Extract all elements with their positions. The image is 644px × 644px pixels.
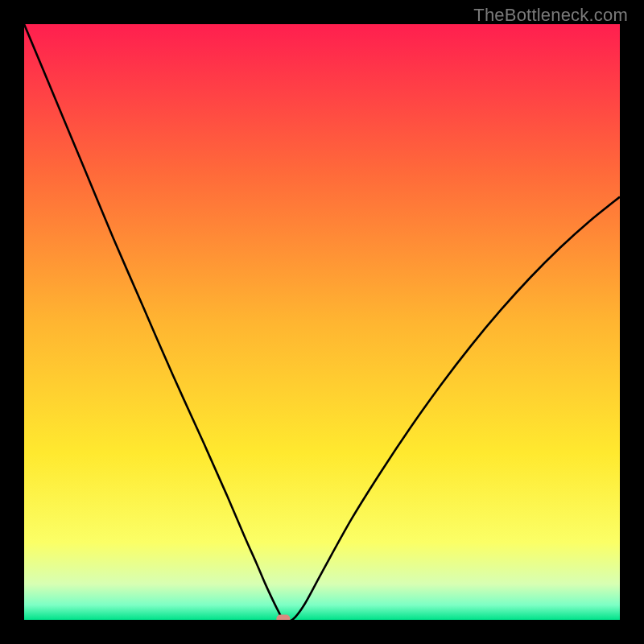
gradient-background [24, 24, 620, 620]
optimum-marker [276, 615, 290, 621]
chart-frame: TheBottleneck.com [0, 0, 644, 644]
chart-svg [24, 24, 620, 620]
plot-area [24, 24, 620, 620]
watermark-label: TheBottleneck.com [473, 5, 628, 26]
